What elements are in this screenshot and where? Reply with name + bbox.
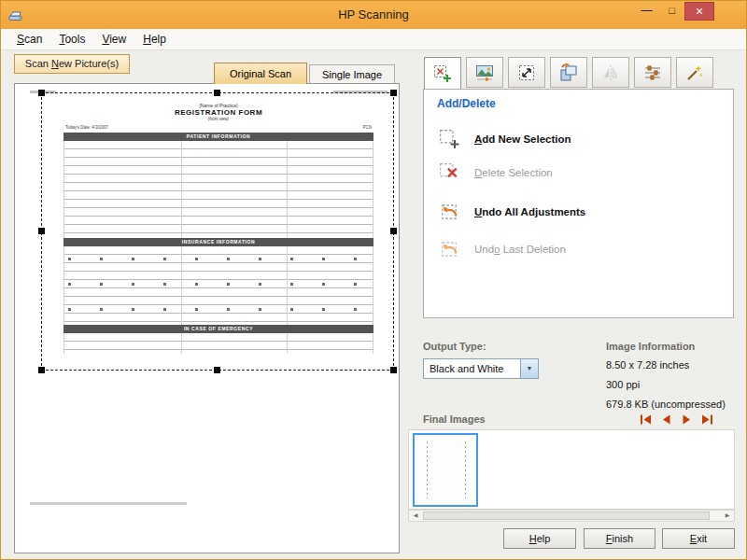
- dropdown-arrow-icon[interactable]: ▼: [520, 359, 538, 378]
- add-new-selection-option[interactable]: Add New Selection: [439, 129, 571, 149]
- tool-add-delete-selection-button[interactable]: [424, 57, 461, 90]
- selection-handle-top-middle[interactable]: [214, 90, 220, 96]
- undo-last-deletion-label: Undo Last Deletion: [474, 244, 566, 255]
- menu-view[interactable]: View: [93, 29, 134, 49]
- thumbnail-doc-line: [427, 441, 428, 498]
- next-image-button[interactable]: [681, 414, 693, 425]
- tool-rotate-flip-button[interactable]: [550, 57, 587, 88]
- tool-color-adjust-button[interactable]: [466, 57, 503, 88]
- menu-tools[interactable]: Tools: [50, 29, 93, 49]
- selection-handle-middle-left[interactable]: [38, 228, 45, 234]
- selection-handle-top-right[interactable]: [390, 90, 397, 96]
- finish-button[interactable]: Finish: [584, 528, 655, 549]
- scrollbar-thumb[interactable]: [423, 511, 710, 520]
- selection-handle-middle-right[interactable]: [390, 228, 397, 234]
- undo-last-deletion-option: Undo Last Deletion: [439, 239, 566, 259]
- thumbnail-doc-line: [465, 441, 466, 498]
- delete-selection-icon: [439, 162, 459, 183]
- scroll-right-icon[interactable]: ▶: [721, 511, 734, 521]
- undo-all-adjustments-label: Undo All Adjustments: [474, 206, 585, 217]
- undo-all-icon: [439, 202, 459, 222]
- menu-help[interactable]: Help: [134, 29, 175, 49]
- add-delete-panel: Add/Delete Add New Selection Delete Sele…: [423, 89, 734, 318]
- page-footer-text: [30, 502, 187, 505]
- undo-all-adjustments-option[interactable]: Undo All Adjustments: [439, 202, 585, 222]
- scan-new-pictures-button[interactable]: Scan New Picture(s): [14, 54, 130, 74]
- output-type-value: Black and White: [424, 359, 520, 378]
- last-image-button[interactable]: [701, 414, 713, 425]
- delete-selection-option: Delete Selection: [439, 162, 553, 183]
- image-file-size: 679.8 KB (uncompressed): [606, 399, 726, 410]
- image-resolution: 300 ppi: [606, 379, 640, 390]
- menu-scan[interactable]: Scan: [8, 29, 50, 49]
- menu-bar: Scan Tools View Help: [1, 29, 746, 50]
- magic-wand-icon: [684, 63, 705, 83]
- tab-single-image[interactable]: Single Image: [309, 64, 395, 84]
- final-images-heading: Final Images: [423, 413, 486, 425]
- output-type-select[interactable]: Black and White ▼: [423, 358, 539, 379]
- resize-selection-icon: [516, 63, 537, 83]
- maximize-button[interactable]: □: [659, 2, 684, 21]
- tool-auto-correct-button[interactable]: [676, 57, 713, 88]
- thumbnail-scrollbar[interactable]: ◀ ▶: [408, 510, 735, 522]
- mirror-icon: [600, 63, 621, 83]
- tab-original-scan[interactable]: Original Scan: [214, 63, 307, 84]
- previous-image-button[interactable]: [660, 414, 672, 425]
- help-button[interactable]: Help: [503, 528, 576, 549]
- scroll-left-icon[interactable]: ◀: [409, 511, 422, 521]
- final-image-thumbnail-selected[interactable]: [413, 433, 478, 507]
- tool-mirror-button: [592, 57, 629, 88]
- minimize-button[interactable]: —: [634, 2, 659, 21]
- first-image-button[interactable]: [640, 414, 652, 425]
- selection-handle-bottom-middle[interactable]: [214, 367, 220, 373]
- add-delete-selection-icon: [432, 63, 453, 84]
- selection-handle-top-left[interactable]: [38, 90, 45, 96]
- output-type-label: Output Type:: [423, 341, 486, 352]
- exit-button[interactable]: Exit: [662, 528, 735, 549]
- scrollbar-track[interactable]: [422, 511, 721, 521]
- final-images-strip: [408, 429, 735, 510]
- selection-marquee[interactable]: [41, 92, 394, 371]
- undo-last-icon: [439, 239, 459, 259]
- color-adjust-icon: [474, 63, 495, 83]
- selection-handle-bottom-right[interactable]: [390, 367, 397, 373]
- adjustment-toolbar: [424, 57, 713, 90]
- tool-exposure-adjust-button[interactable]: [634, 57, 671, 88]
- scan-preview-canvas[interactable]: [Name of Practice] REGISTRATION FORM (fr…: [14, 83, 400, 553]
- image-information-heading: Image Information: [606, 341, 695, 352]
- add-selection-icon: [439, 129, 459, 149]
- tool-resize-selection-button[interactable]: [508, 57, 545, 88]
- app-window: HP Scanning — □ × Scan Tools View Help S…: [0, 0, 747, 560]
- delete-selection-label: Delete Selection: [474, 167, 553, 178]
- panel-heading: Add/Delete: [437, 97, 496, 110]
- titlebar[interactable]: HP Scanning — □ ×: [1, 1, 746, 29]
- final-images-navigation: [640, 414, 713, 425]
- image-dimensions: 8.50 x 7.28 inches: [606, 359, 689, 371]
- rotate-flip-icon: [558, 63, 579, 83]
- add-new-selection-label: Add New Selection: [474, 133, 571, 145]
- selection-handle-bottom-left[interactable]: [38, 367, 45, 373]
- close-button[interactable]: ×: [684, 2, 714, 21]
- exposure-adjust-icon: [642, 63, 663, 83]
